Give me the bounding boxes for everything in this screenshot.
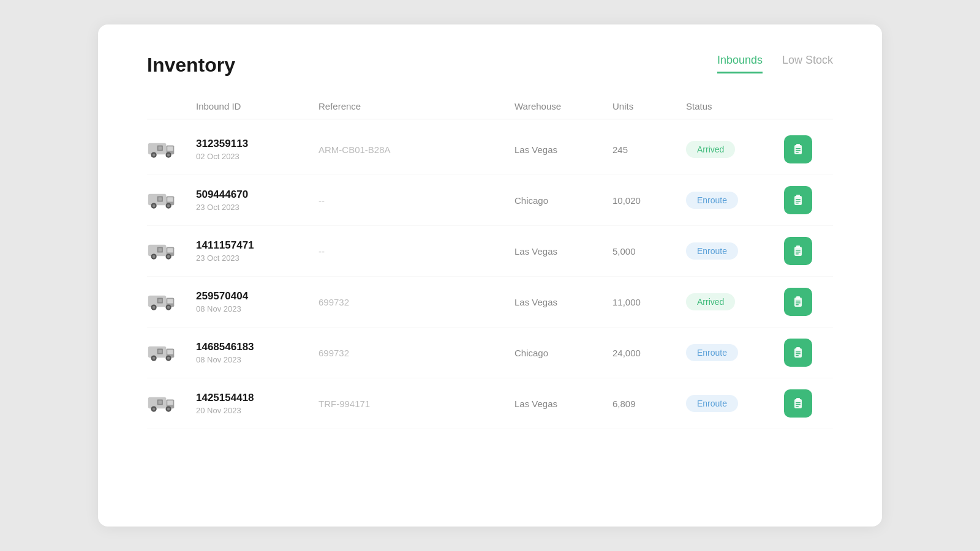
status-badge: Enroute	[686, 192, 738, 209]
truck-icon-cell	[147, 391, 196, 416]
tab-bar: Inbounds Low Stock	[717, 54, 833, 73]
status-badge: Arrived	[686, 293, 735, 310]
inbound-id: 1411157471	[196, 239, 318, 252]
truck-icon-cell	[147, 137, 196, 162]
action-cell	[784, 389, 833, 418]
svg-rect-41	[796, 253, 799, 255]
action-button[interactable]	[784, 389, 812, 418]
svg-rect-8	[158, 146, 162, 150]
svg-rect-58	[167, 350, 173, 354]
action-cell	[784, 288, 833, 316]
status-badge: Arrived	[686, 141, 735, 158]
svg-rect-66	[796, 347, 800, 350]
units-cell: 5,000	[612, 246, 686, 257]
inbound-date: 08 Nov 2023	[196, 304, 318, 313]
svg-rect-80	[796, 398, 800, 400]
inbound-id: 1425154418	[196, 392, 318, 404]
svg-rect-81	[796, 402, 801, 403]
col-inbound-id: Inbound ID	[196, 101, 318, 111]
svg-rect-67	[796, 351, 801, 353]
tab-inbounds[interactable]: Inbounds	[717, 54, 763, 73]
svg-rect-54	[796, 302, 801, 304]
inbound-id-cell: 259570404 08 Nov 2023	[196, 290, 318, 313]
truck-icon-cell	[147, 188, 196, 212]
action-cell	[784, 237, 833, 265]
reference-cell: --	[318, 246, 514, 257]
col-warehouse: Warehouse	[514, 101, 612, 111]
inbound-date: 02 Oct 2023	[196, 152, 318, 161]
col-icon	[147, 101, 196, 111]
svg-rect-24	[796, 195, 800, 197]
action-button[interactable]	[784, 288, 812, 316]
action-button[interactable]	[784, 339, 812, 367]
warehouse-cell: Las Vegas	[514, 144, 612, 155]
clipboard-icon	[792, 347, 804, 359]
svg-rect-26	[796, 201, 801, 202]
svg-rect-36	[158, 248, 162, 252]
svg-rect-65	[794, 348, 802, 358]
svg-rect-13	[796, 152, 799, 153]
action-button[interactable]	[784, 135, 812, 163]
reference-cell: --	[318, 195, 514, 206]
svg-point-6	[167, 154, 170, 157]
inbound-id-cell: 312359113 02 Oct 2023	[196, 138, 318, 161]
action-cell	[784, 186, 833, 214]
warehouse-cell: Chicago	[514, 195, 612, 206]
svg-rect-68	[796, 353, 801, 354]
svg-rect-64	[158, 350, 162, 353]
clipboard-icon	[792, 143, 804, 156]
status-cell: Enroute	[686, 344, 784, 361]
col-action	[784, 101, 833, 111]
clipboard-icon	[792, 397, 804, 410]
svg-rect-78	[158, 400, 162, 404]
status-badge: Enroute	[686, 242, 738, 260]
status-cell: Enroute	[686, 192, 784, 209]
svg-rect-72	[167, 400, 173, 405]
table-row: 509444670 23 Oct 2023 -- Chicago 10,020 …	[147, 175, 833, 226]
table-row: 259570404 08 Nov 2023 699732 Las Vegas 1…	[147, 277, 833, 328]
units-cell: 11,000	[612, 297, 686, 307]
page-title: Inventory	[147, 54, 235, 77]
reference-cell: TRF-994171	[318, 399, 514, 409]
svg-rect-53	[796, 301, 801, 302]
inbound-id-cell: 1468546183 08 Nov 2023	[196, 341, 318, 364]
svg-rect-38	[796, 246, 800, 248]
status-badge: Enroute	[686, 344, 738, 361]
inbound-id: 259570404	[196, 290, 318, 302]
page-header: Inventory Inbounds Low Stock	[147, 54, 833, 77]
truck-icon-cell	[147, 340, 196, 365]
action-button[interactable]	[784, 186, 812, 214]
table-body: 312359113 02 Oct 2023 ARM-CB01-B28A Las …	[147, 124, 833, 429]
inbound-id-cell: 1425154418 20 Nov 2023	[196, 392, 318, 415]
col-units: Units	[612, 101, 686, 111]
tab-low-stock[interactable]: Low Stock	[782, 54, 833, 73]
status-cell: Arrived	[686, 293, 784, 310]
units-cell: 24,000	[612, 348, 686, 358]
svg-rect-83	[796, 406, 799, 407]
svg-rect-39	[796, 250, 801, 251]
truck-icon-cell	[147, 239, 196, 263]
svg-rect-82	[796, 404, 801, 405]
svg-rect-9	[794, 145, 802, 154]
inbound-id: 509444670	[196, 189, 318, 201]
svg-point-18	[153, 204, 156, 208]
svg-rect-30	[167, 248, 173, 252]
inbound-date: 23 Oct 2023	[196, 203, 318, 212]
inbound-date: 23 Oct 2023	[196, 253, 318, 263]
inventory-card: Inventory Inbounds Low Stock Inbound ID …	[98, 24, 882, 527]
inbound-date: 20 Nov 2023	[196, 406, 318, 415]
units-cell: 10,020	[612, 195, 686, 206]
svg-rect-51	[794, 298, 802, 307]
inbound-id: 312359113	[196, 138, 318, 150]
col-status: Status	[686, 101, 784, 111]
svg-rect-22	[158, 197, 162, 201]
reference-cell: 699732	[318, 297, 514, 307]
inbound-id: 1468546183	[196, 341, 318, 353]
table-row: 1411157471 23 Oct 2023 -- Las Vegas 5,00…	[147, 226, 833, 277]
inbound-id-cell: 1411157471 23 Oct 2023	[196, 239, 318, 263]
svg-rect-79	[794, 399, 802, 408]
svg-point-20	[167, 204, 170, 208]
svg-point-34	[167, 255, 170, 258]
warehouse-cell: Las Vegas	[514, 399, 612, 409]
action-button[interactable]	[784, 237, 812, 265]
